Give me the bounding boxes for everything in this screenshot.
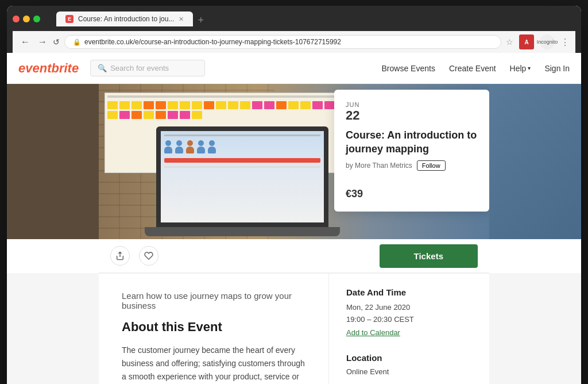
location-detail: Online Event: [346, 367, 472, 376]
address-bar-right: ☆ A Incognito ⋮: [506, 34, 570, 49]
address-bar[interactable]: 🔒 eventbrite.co.uk/e/course-an-introduct…: [64, 35, 501, 49]
back-button[interactable]: ←: [18, 36, 32, 48]
extension-icon: A: [519, 34, 534, 49]
action-left-spacer: [7, 239, 99, 273]
action-icons: [110, 246, 158, 266]
tab-title: Course: An introduction to jou...: [78, 15, 174, 23]
sign-in-link[interactable]: Sign In: [544, 64, 570, 73]
minimize-button[interactable]: [23, 16, 30, 22]
url-text: eventbrite.co.uk/e/course-an-introductio…: [84, 38, 341, 46]
laptop-screen: [156, 126, 328, 227]
active-tab[interactable]: E Course: An introduction to jou... ✕: [56, 11, 193, 26]
profile-label: Incognito: [537, 39, 558, 45]
browser-window: E Course: An introduction to jou... ✕ + …: [7, 6, 581, 384]
tab-bar: E Course: An introduction to jou... ✕ +: [56, 11, 575, 26]
location-section: Location Online Event: [346, 353, 472, 376]
nav-links: Browse Events Create Event Help ▾ Sign I…: [382, 64, 570, 73]
chevron-down-icon: ▾: [528, 65, 531, 71]
profile-button[interactable]: Incognito: [540, 34, 555, 49]
content-right-margin: [489, 273, 581, 384]
date-line2: 19:00 – 20:30 CEST: [346, 314, 472, 326]
site-nav: eventbrite 🔍 Search for events Browse Ev…: [7, 53, 581, 84]
nav-arrows: ← → ↺: [18, 36, 60, 48]
search-placeholder: Search for events: [110, 64, 169, 72]
close-button[interactable]: [13, 16, 20, 22]
follow-button[interactable]: Follow: [417, 160, 446, 171]
about-heading: About this Event: [122, 320, 305, 335]
browser-chrome: E Course: An introduction to jou... ✕ + …: [7, 6, 581, 53]
share-button[interactable]: [110, 246, 130, 266]
event-description: The customer journey became the heart of…: [122, 344, 305, 384]
search-icon: 🔍: [98, 64, 107, 72]
date-time-title: Date And Time: [346, 287, 472, 297]
event-title: Course: An introduction to journey mappi…: [346, 129, 478, 156]
event-tagline: Learn how to use journey maps to grow yo…: [122, 291, 305, 310]
date-time-section: Date And Time Mon, 22 June 2020 19:00 – …: [346, 287, 472, 337]
laptop-base: [145, 227, 340, 236]
content-left: Learn how to use journey maps to grow yo…: [99, 274, 328, 384]
browse-events-link[interactable]: Browse Events: [382, 64, 435, 73]
maximize-button[interactable]: [33, 16, 40, 22]
tab-favicon: E: [65, 15, 74, 23]
content-right: Date And Time Mon, 22 June 2020 19:00 – …: [328, 274, 489, 384]
more-options-icon[interactable]: ⋮: [560, 37, 570, 48]
eventbrite-logo[interactable]: eventbrite: [18, 61, 79, 76]
bookmark-icon[interactable]: ☆: [506, 37, 513, 47]
laptop-image: [145, 126, 340, 236]
event-day: 22: [346, 108, 478, 123]
main-content-wrapper: Learn how to use journey maps to grow yo…: [7, 273, 581, 384]
tab-close-icon[interactable]: ✕: [179, 16, 184, 23]
organizer-name: by More Than Metrics: [346, 162, 412, 170]
tickets-button[interactable]: Tickets: [380, 244, 478, 268]
event-organizer: by More Than Metrics Follow: [346, 160, 478, 171]
traffic-lights: [13, 16, 40, 22]
address-bar-row: ← → ↺ 🔒 eventbrite.co.uk/e/course-an-int…: [13, 31, 575, 53]
location-title: Location: [346, 353, 472, 363]
hero-right-background: [489, 84, 581, 239]
event-month: JUN: [346, 101, 478, 108]
hero-left-background: [7, 84, 99, 239]
main-content: Learn how to use journey maps to grow yo…: [99, 273, 489, 384]
search-bar[interactable]: 🔍 Search for events: [90, 60, 205, 76]
event-card: JUN 22 Course: An introduction to journe…: [334, 90, 489, 212]
save-button[interactable]: [139, 246, 158, 266]
site-content: eventbrite 🔍 Search for events Browse Ev…: [7, 53, 581, 384]
help-link[interactable]: Help ▾: [510, 64, 531, 73]
action-bar: Tickets: [99, 239, 489, 273]
action-bar-wrapper: Tickets: [7, 239, 581, 273]
hero-image: JUN 22 Course: An introduction to journe…: [99, 84, 489, 239]
add-to-calendar-link[interactable]: Add to Calendar: [346, 328, 472, 337]
date-line1: Mon, 22 June 2020: [346, 302, 472, 314]
refresh-button[interactable]: ↺: [53, 37, 60, 47]
lock-icon: 🔒: [73, 39, 81, 46]
action-right-spacer: [489, 239, 581, 273]
forward-button[interactable]: →: [36, 36, 49, 48]
event-price: €39: [346, 188, 478, 200]
content-left-margin: [7, 273, 99, 384]
hero-section: JUN 22 Course: An introduction to journe…: [7, 84, 581, 239]
new-tab-button[interactable]: +: [193, 14, 208, 26]
create-event-link[interactable]: Create Event: [449, 64, 496, 73]
